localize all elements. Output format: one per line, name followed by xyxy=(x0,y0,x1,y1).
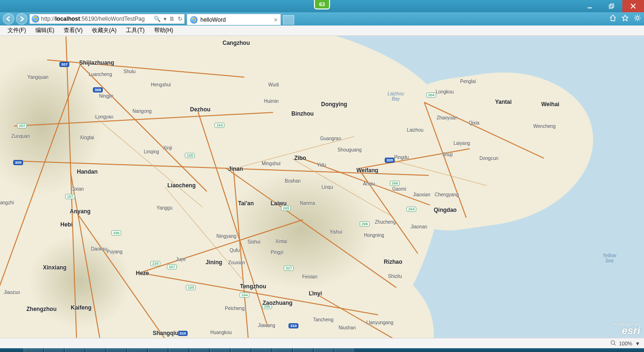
city-label: Qufu xyxy=(230,248,240,253)
city-label: Tancheng xyxy=(313,317,333,322)
city-label: Kaifeng xyxy=(71,304,91,311)
city-label: Jiawang xyxy=(258,323,275,328)
back-button[interactable] xyxy=(3,13,14,25)
city-label: Jiaoxian xyxy=(413,192,430,197)
city-label: Dongcun xyxy=(479,156,498,161)
taskbar-item[interactable] xyxy=(65,348,85,352)
svg-rect-2 xyxy=(611,4,614,7)
city-label: Mingshui xyxy=(262,161,281,166)
taskbar-item[interactable] xyxy=(231,348,251,352)
route-shield: 106 xyxy=(111,230,121,235)
city-label: Ningjin xyxy=(99,93,114,99)
forward-button[interactable] xyxy=(16,13,27,25)
city-label: Zuoquan xyxy=(11,134,30,139)
city-label: Pingdu xyxy=(394,155,409,160)
tab-close-icon[interactable]: × xyxy=(274,16,278,24)
city-label: Cixian xyxy=(71,186,84,192)
city-label: Weihai xyxy=(541,101,559,108)
menu-file[interactable]: 文件(F) xyxy=(3,25,31,35)
svg-point-6 xyxy=(611,341,615,344)
city-label: Linqing xyxy=(144,149,159,154)
taskbar-item[interactable] xyxy=(335,348,355,352)
city-label: Zhucheng xyxy=(375,219,396,225)
city-label: Xinxiang xyxy=(43,264,66,271)
city-label: Yidu xyxy=(317,162,326,168)
url-field[interactable]: http://localhost:56190/helloWordTestPag xyxy=(41,16,152,22)
restore-button[interactable] xyxy=(601,0,622,12)
menu-favorites[interactable]: 收藏夹(A) xyxy=(87,25,121,35)
city-label: Huimin xyxy=(264,99,279,104)
svg-line-7 xyxy=(614,344,616,345)
home-icon[interactable] xyxy=(609,14,617,24)
taskbar-item[interactable] xyxy=(24,348,43,352)
route-shield: 204 xyxy=(406,207,416,212)
svg-point-5 xyxy=(636,17,639,19)
city-label: Dezhou xyxy=(190,106,210,113)
taskbar-item[interactable] xyxy=(107,348,126,352)
address-icons: 🔍 ▾ 🗎 ↻ xyxy=(154,16,182,22)
menu-help[interactable]: 帮助(H) xyxy=(149,25,178,35)
map-viewport[interactable]: POWERED BY esri Laizhou BayYellow Sea307… xyxy=(0,36,644,338)
menu-tools[interactable]: 工具(T) xyxy=(121,25,149,35)
city-label: Chengyang xyxy=(435,192,459,197)
tools-icon[interactable] xyxy=(634,14,641,24)
route-shield: 220 xyxy=(150,261,160,266)
city-label: Pingyi xyxy=(271,250,283,255)
city-label: Xintai xyxy=(275,239,287,244)
menu-edit[interactable]: 编辑(E) xyxy=(31,25,59,35)
minimize-button[interactable] xyxy=(579,0,601,12)
taskbar-item[interactable] xyxy=(272,348,292,352)
taskbar-item[interactable] xyxy=(127,348,147,352)
close-button[interactable] xyxy=(622,0,644,12)
svg-rect-1 xyxy=(609,5,612,8)
taskbar-item[interactable] xyxy=(190,348,209,352)
taskbar-item[interactable] xyxy=(169,348,189,352)
city-label: Anyang xyxy=(70,208,91,215)
address-bar-row: http://localhost:56190/helloWordTestPag … xyxy=(0,12,644,25)
search-icon[interactable]: 🔍 xyxy=(154,16,161,22)
city-label: Zaozhuang xyxy=(263,300,292,306)
city-label: Nangong xyxy=(132,109,152,114)
taskbar-item[interactable] xyxy=(148,348,168,352)
taskbar-item[interactable] xyxy=(314,348,334,352)
favorites-icon[interactable] xyxy=(621,14,629,24)
route-shield: 104 xyxy=(239,293,249,298)
taskbar[interactable] xyxy=(0,348,644,352)
city-label: Wudi xyxy=(268,82,279,87)
esri-attribution: POWERED BY esri xyxy=(612,322,640,335)
window-titlebar: 63 xyxy=(0,0,644,12)
city-label: Yantai xyxy=(495,99,512,105)
taskbar-item[interactable] xyxy=(210,348,230,352)
city-label: Shizilu xyxy=(388,274,402,279)
route-shield: 307 xyxy=(59,62,69,67)
zoom-dropdown-icon[interactable]: ▼ xyxy=(635,341,640,346)
zoom-icon[interactable] xyxy=(611,340,616,347)
ie-icon xyxy=(190,16,198,24)
taskbar-item[interactable] xyxy=(293,348,313,352)
compat-icon[interactable]: 🗎 xyxy=(169,16,175,22)
city-label: Tengzhou xyxy=(240,283,266,290)
city-label: Handan xyxy=(77,168,98,175)
esri-logo: esri xyxy=(612,327,640,335)
route-shield: 327 xyxy=(284,266,294,271)
taskbar-item[interactable] xyxy=(86,348,106,352)
address-bar[interactable]: http://localhost:56190/helloWordTestPag … xyxy=(29,14,185,24)
city-label: Rizhao xyxy=(384,259,402,265)
browser-tab[interactable]: helloWord × xyxy=(187,14,281,25)
city-label: Shouguang xyxy=(338,147,362,152)
city-label: Gaomi xyxy=(392,186,406,192)
city-label: Huangkou xyxy=(210,330,232,335)
status-bar: 100% ▼ xyxy=(0,338,644,348)
taskbar-item[interactable] xyxy=(44,348,64,352)
city-label: Qingdao xyxy=(434,207,457,213)
city-label: Jinan xyxy=(228,166,243,172)
city-label: Xingtai xyxy=(80,135,94,140)
refresh-icon[interactable]: ↻ xyxy=(178,16,182,22)
tab-title: helloWord xyxy=(200,17,226,23)
menu-view[interactable]: 查看(V) xyxy=(59,25,87,35)
new-tab-button[interactable] xyxy=(283,15,294,25)
city-label: angzhi xyxy=(0,200,14,205)
separator: ▾ xyxy=(164,16,166,22)
route-shield: 310 xyxy=(289,323,298,328)
taskbar-item[interactable] xyxy=(252,348,272,352)
